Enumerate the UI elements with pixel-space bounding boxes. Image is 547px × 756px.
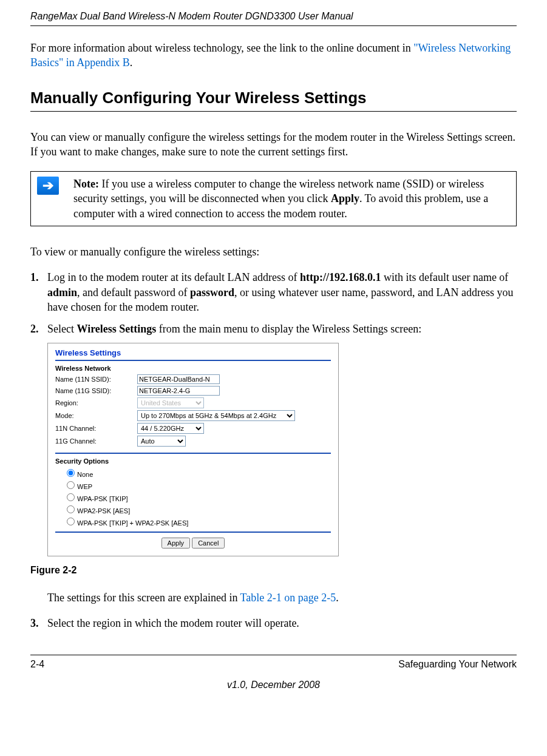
s1-t1: Log in to the modem router at its defaul…: [47, 271, 300, 283]
radio-wep[interactable]: [67, 481, 75, 489]
section-heading: Manually Configuring Your Wireless Setti…: [30, 89, 517, 112]
s1-t3: , and default password of: [77, 286, 190, 299]
divider: [55, 453, 331, 454]
s2-t1: Select: [47, 323, 76, 335]
label-ch-11g: 11G Channel:: [55, 437, 137, 445]
radio-none-row: None: [64, 467, 331, 478]
row-ch-11g: 11G Channel: Auto: [55, 436, 331, 447]
radio-wpa-psk-label: WPA-PSK [TKIP]: [77, 495, 128, 502]
step-2: 2. Select Wireless Settings from the mai…: [30, 322, 517, 336]
radio-wpa2-psk-label: WPA2-PSK [AES]: [77, 507, 130, 515]
wireless-settings-screenshot: Wireless Settings Wireless Network Name …: [47, 343, 339, 556]
radio-wep-row: WEP: [64, 479, 331, 490]
step-1-content: Log in to the modem router at its defaul…: [47, 270, 517, 314]
row-ch-11n: 11N Channel: 44 / 5.220GHz: [55, 423, 331, 434]
select-region[interactable]: United States: [137, 397, 204, 408]
footer-right: Safeguarding Your Network: [398, 659, 517, 670]
step-1: 1. Log in to the modem router at its def…: [30, 270, 517, 314]
divider: [55, 360, 331, 361]
label-name-11g: Name (11G SSID):: [55, 387, 137, 394]
select-mode[interactable]: Up to 270Mbps at 5GHz & 54Mbps at 2.4GHz: [137, 410, 295, 421]
step-1-number: 1.: [30, 270, 47, 314]
page-footer: 2-4 Safeguarding Your Network v1.0, Dece…: [30, 655, 517, 690]
wireless-network-section: Wireless Network: [55, 365, 331, 372]
security-section: Security Options: [55, 457, 331, 465]
step-3: 3. Select the region in which the modem …: [30, 616, 517, 630]
note-apply: Apply: [331, 192, 359, 204]
note-label: Note:: [73, 178, 99, 190]
label-name-11n: Name (11N SSID):: [55, 376, 137, 383]
radio-wpa-psk[interactable]: [67, 493, 75, 501]
step-2-number: 2.: [30, 322, 47, 336]
label-mode: Mode:: [55, 412, 137, 419]
s1-admin: admin: [47, 286, 77, 299]
note-text-cell: Note: If you use a wireless computer to …: [67, 172, 517, 226]
radio-wpa2-psk[interactable]: [67, 505, 75, 513]
row-region: Region: United States: [55, 397, 331, 408]
step-3-number: 3.: [30, 616, 47, 630]
footer-version: v1.0, December 2008: [30, 680, 517, 690]
intro-paragraph: For more information about wireless tech…: [30, 41, 517, 70]
radio-none-label: None: [77, 471, 93, 478]
s1-t2: with its default user name of: [381, 271, 508, 283]
explanation-text: The settings for this screen are explain…: [47, 590, 517, 605]
radio-wpa-both-row: WPA-PSK [TKIP] + WPA2-PSK [AES]: [64, 516, 331, 527]
figure-caption: Figure 2-2: [30, 565, 517, 576]
s2-t2: from the main menu to display the Wirele…: [156, 323, 421, 335]
page-number: 2-4: [30, 659, 44, 670]
s1-password: password: [190, 286, 234, 299]
radio-wpa-psk-row: WPA-PSK [TKIP]: [64, 491, 331, 502]
cancel-button[interactable]: Cancel: [192, 538, 225, 548]
radio-none[interactable]: [67, 469, 75, 477]
radio-wpa2-psk-row: WPA2-PSK [AES]: [64, 504, 331, 515]
select-ch-11n[interactable]: 44 / 5.220GHz: [137, 423, 204, 434]
step-3-content: Select the region in which the modem rou…: [47, 616, 517, 630]
step-2-content: Select Wireless Settings from the main m…: [47, 322, 517, 336]
label-ch-11n: 11N Channel:: [55, 425, 137, 432]
apply-button[interactable]: Apply: [161, 538, 191, 548]
table-link[interactable]: Table 2-1 on page 2-5: [240, 592, 336, 604]
section-body: You can view or manually configure the w…: [30, 130, 517, 160]
divider: [55, 532, 331, 533]
note-icon-cell: [31, 172, 68, 226]
radio-wpa-both[interactable]: [67, 518, 75, 525]
row-name-11n: Name (11N SSID):: [55, 374, 331, 384]
row-mode: Mode: Up to 270Mbps at 5GHz & 54Mbps at …: [55, 410, 331, 421]
input-name-11n[interactable]: [137, 374, 220, 384]
label-region: Region:: [55, 399, 137, 407]
intro-after: .: [130, 56, 133, 69]
exp-t1: The settings for this screen are explain…: [47, 592, 240, 604]
s1-url: http://192.168.0.1: [300, 271, 381, 283]
row-name-11g: Name (11G SSID):: [55, 386, 331, 396]
note-box: Note: If you use a wireless computer to …: [30, 171, 517, 226]
screenshot-button-row: Apply Cancel: [55, 538, 331, 548]
screenshot-title: Wireless Settings: [55, 348, 331, 357]
arrow-icon: [37, 177, 59, 195]
radio-wep-label: WEP: [77, 483, 92, 490]
input-name-11g[interactable]: [137, 386, 220, 396]
manual-title: RangeMax Dual Band Wireless-N Modem Rout…: [30, 0, 517, 26]
select-ch-11g[interactable]: Auto: [137, 436, 186, 447]
radio-wpa-both-label: WPA-PSK [TKIP] + WPA2-PSK [AES]: [77, 519, 188, 527]
s2-ws: Wireless Settings: [76, 323, 156, 335]
intro-before: For more information about wireless tech…: [30, 42, 413, 54]
instructions-intro: To view or manually configure the wirele…: [30, 245, 517, 259]
exp-t2: .: [336, 592, 339, 604]
